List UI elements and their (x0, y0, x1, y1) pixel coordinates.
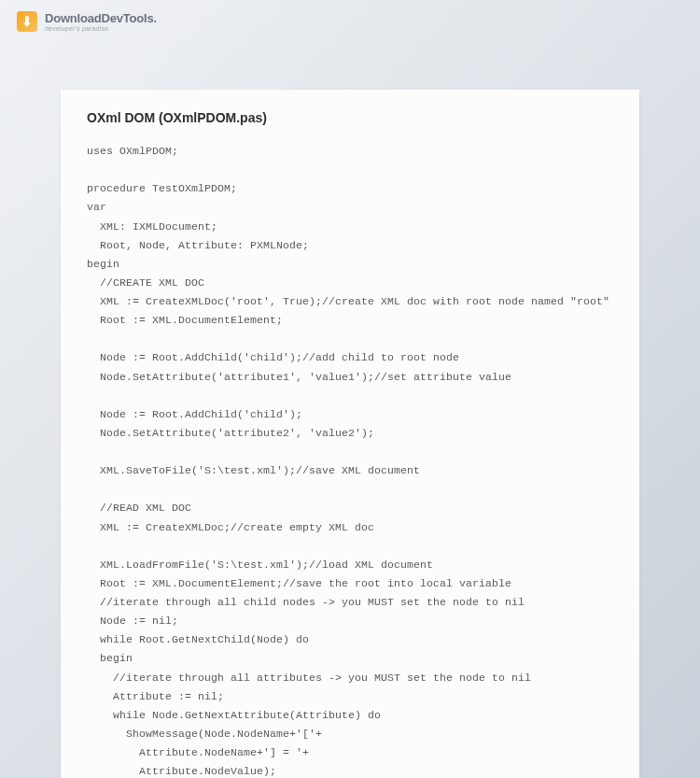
page-header: ⬇ DownloadDevTools. developer's paradise (0, 0, 700, 43)
logo-glyph: ⬇ (21, 14, 33, 29)
brand-tagline: developer's paradise (45, 25, 157, 32)
code-content: uses OXmlPDOM; procedure TestOXmlPDOM; v… (87, 142, 613, 778)
brand-wrap: DownloadDevTools. developer's paradise (45, 12, 157, 32)
brand-text: DownloadDevTools. (45, 12, 157, 24)
card-title: OXml DOM (OXmlPDOM.pas) (87, 110, 613, 125)
code-card: OXml DOM (OXmlPDOM.pas) uses OXmlPDOM; p… (61, 90, 639, 778)
download-icon: ⬇ (17, 11, 37, 32)
